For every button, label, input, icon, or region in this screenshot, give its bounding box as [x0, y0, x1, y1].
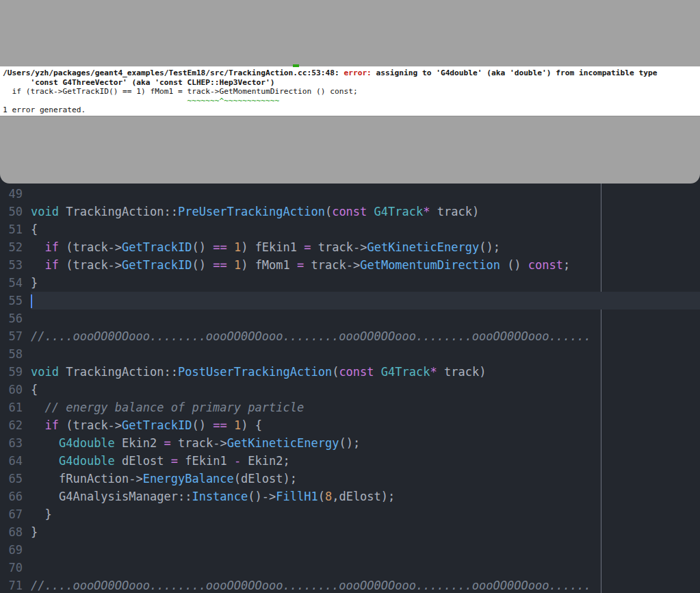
code-text: G4double dElost = fEkin1 - Ekin2;	[31, 452, 700, 470]
code-text: if (track->GetTrackID() == 1) fMom1 = tr…	[31, 256, 700, 274]
squiggle-fragment	[293, 64, 299, 67]
code-line[interactable]: 55	[0, 292, 700, 310]
terminal-line: /Users/yzh/packages/geant4_examples/Test…	[3, 68, 700, 78]
terminal-line: if (track->GetTrackID() == 1) fMom1 = tr…	[3, 87, 700, 97]
terminal-line: 1 error generated.	[3, 105, 700, 115]
code-text: //....oooOO0OOooo........oooOO0OOooo....…	[31, 327, 700, 345]
code-lines: 4950void TrackingAction::PreUserTracking…	[0, 185, 700, 593]
code-line[interactable]: 62 if (track->GetTrackID() == 1) {	[0, 416, 700, 434]
terminal-dimmed-top	[0, 0, 700, 66]
line-number: 57	[0, 327, 31, 345]
code-line[interactable]: 64 G4double dElost = fEkin1 - Ekin2;	[0, 452, 700, 470]
code-text: // energy balance of primary particle	[31, 399, 700, 416]
code-line[interactable]: 59void TrackingAction::PostUserTrackingA…	[0, 363, 700, 381]
code-text: if (track->GetTrackID() == 1) {	[31, 416, 700, 434]
code-line[interactable]: 66 G4AnalysisManager::Instance()->FillH1…	[0, 488, 700, 505]
line-number: 51	[0, 220, 31, 238]
code-line[interactable]: 61 // energy balance of primary particle	[0, 399, 700, 416]
line-number: 71	[0, 577, 31, 593]
code-text: void TrackingAction::PostUserTrackingAct…	[31, 363, 700, 381]
line-number: 62	[0, 416, 31, 434]
code-text: {	[31, 220, 700, 238]
line-number: 54	[0, 274, 31, 292]
line-number: 64	[0, 452, 31, 470]
line-number: 60	[0, 381, 31, 399]
terminal-dimmed-bottom	[0, 116, 700, 184]
line-number: 59	[0, 363, 31, 381]
code-line[interactable]: 53 if (track->GetTrackID() == 1) fMom1 =…	[0, 256, 700, 274]
code-text: }	[31, 274, 700, 292]
code-text: }	[31, 523, 700, 541]
line-number: 67	[0, 505, 31, 523]
code-line[interactable]: 58	[0, 345, 700, 363]
code-line[interactable]: 57//....oooOO0OOooo........oooOO0OOooo..…	[0, 327, 700, 345]
code-line[interactable]: 56	[0, 310, 700, 327]
code-line[interactable]: 71//....oooOO0OOooo........oooOO0OOooo..…	[0, 577, 700, 593]
code-line[interactable]: 68}	[0, 523, 700, 541]
terminal-window: /Users/yzh/packages/geant4_examples/Test…	[0, 0, 700, 184]
code-line[interactable]: 51{	[0, 220, 700, 238]
code-text	[31, 185, 700, 203]
line-number: 66	[0, 488, 31, 505]
code-text	[31, 310, 700, 327]
code-text: {	[31, 381, 700, 399]
code-text	[31, 345, 700, 363]
code-text: G4AnalysisManager::Instance()->FillH1(8,…	[31, 488, 700, 505]
line-number: 70	[0, 559, 31, 577]
terminal-line: 'const G4ThreeVector' (aka 'const CLHEP:…	[3, 78, 700, 88]
code-text: void TrackingAction::PreUserTrackingActi…	[31, 203, 700, 220]
line-number: 65	[0, 470, 31, 488]
line-number: 52	[0, 238, 31, 256]
code-text: }	[31, 505, 700, 523]
code-text: fRunAction->EnergyBalance(dElost);	[31, 470, 700, 488]
code-line[interactable]: 60{	[0, 381, 700, 399]
line-number: 50	[0, 203, 31, 220]
line-number: 68	[0, 523, 31, 541]
line-number: 55	[0, 292, 31, 310]
compiler-error-output: /Users/yzh/packages/geant4_examples/Test…	[0, 66, 700, 116]
code-line[interactable]: 67 }	[0, 505, 700, 523]
code-text: //....oooOO0OOooo........oooOO0OOooo....…	[31, 577, 700, 593]
code-text: G4double Ekin2 = track->GetKineticEnergy…	[31, 434, 700, 452]
code-line[interactable]: 54}	[0, 274, 700, 292]
line-number: 58	[0, 345, 31, 363]
code-line[interactable]: 70	[0, 559, 700, 577]
code-text: if (track->GetTrackID() == 1) fEkin1 = t…	[31, 238, 700, 256]
line-number: 63	[0, 434, 31, 452]
code-text	[31, 559, 700, 577]
code-text	[31, 292, 700, 310]
code-line[interactable]: 52 if (track->GetTrackID() == 1) fEkin1 …	[0, 238, 700, 256]
line-number: 49	[0, 185, 31, 203]
code-line[interactable]: 50void TrackingAction::PreUserTrackingAc…	[0, 203, 700, 220]
text-cursor	[31, 294, 32, 308]
code-line[interactable]: 65 fRunAction->EnergyBalance(dElost);	[0, 470, 700, 488]
line-number: 69	[0, 541, 31, 559]
code-line[interactable]: 49	[0, 185, 700, 203]
code-line[interactable]: 69	[0, 541, 700, 559]
line-number: 53	[0, 256, 31, 274]
code-line[interactable]: 63 G4double Ekin2 = track->GetKineticEne…	[0, 434, 700, 452]
line-number: 56	[0, 310, 31, 327]
terminal-line: ~~~~~~~^~~~~~~~~~~~~	[3, 97, 700, 106]
code-text	[31, 541, 700, 559]
line-number: 61	[0, 399, 31, 416]
